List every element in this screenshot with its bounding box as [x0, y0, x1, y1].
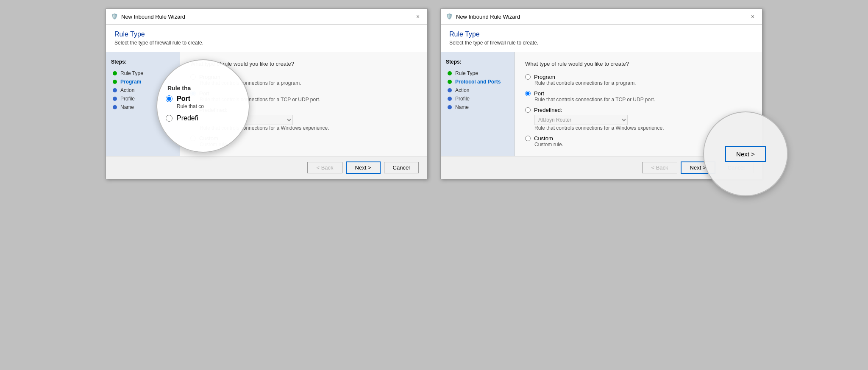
zoom-content: Rule tha Port Rule that co Predefi [157, 76, 249, 136]
left-step-3-label: Action [120, 87, 134, 93]
left-back-button[interactable]: < Back [307, 162, 342, 173]
right-dialog-header: Rule Type Select the type of firewall ru… [441, 25, 762, 52]
right-custom-text: Custom [534, 135, 553, 142]
zoom-rule-text: Rule tha [166, 85, 240, 92]
right-wizard-icon: 🛡️ [446, 13, 453, 20]
left-step-5-label: Name [120, 104, 134, 110]
right-zoom-overlay: Next > [703, 111, 788, 196]
right-question: What type of rule would you like to crea… [525, 61, 752, 67]
left-step-dot-4 [113, 97, 117, 101]
zoom-port-text: Port [177, 95, 190, 103]
right-port-desc: Rule that controls connections for a TCP… [534, 97, 752, 103]
right-rule-type-subtitle: Select the type of firewall rule to crea… [449, 40, 754, 46]
right-step-3-label: Action [455, 87, 469, 93]
left-title-area: 🛡️ New Inbound Rule Wizard [111, 13, 185, 20]
left-rule-type-subtitle: Select the type of firewall rule to crea… [114, 40, 419, 46]
zoom-predef-label-row: Predefi [166, 114, 240, 122]
zoom-port-radio[interactable] [166, 95, 172, 102]
right-title-area: 🛡️ New Inbound Rule Wizard [446, 13, 520, 20]
right-program-desc: Rule that controls connections for a pro… [534, 80, 752, 86]
right-option-port: Port Rule that controls connections for … [525, 90, 752, 103]
right-step-rule-type: Rule Type [446, 69, 509, 78]
right-step-dot-1 [448, 71, 452, 75]
left-step-1-label: Rule Type [120, 70, 143, 76]
left-custom-desc: Custom rule. [200, 142, 417, 147]
right-step-dot-5 [448, 105, 452, 109]
left-step-dot-5 [113, 105, 117, 109]
left-wizard-icon: 🛡️ [111, 13, 118, 20]
left-wizard-window: 🛡️ New Inbound Rule Wizard × Rule Type S… [106, 8, 428, 179]
right-next-zoomed-button[interactable]: Next > [725, 146, 766, 162]
right-program-label[interactable]: Program [525, 74, 752, 80]
left-close-button[interactable]: × [414, 12, 422, 21]
right-dialog-container: 🛡️ New Inbound Rule Wizard × Rule Type S… [440, 8, 762, 179]
left-step-2-label: Program [120, 79, 141, 85]
right-predefined-label[interactable]: Predefined: [525, 107, 752, 113]
zoom-predef-item: Predefi [166, 114, 240, 122]
right-step-dot-2 [448, 80, 452, 84]
left-step-4-label: Profile [120, 96, 135, 102]
right-steps-panel: Steps: Rule Type Protocol and Ports Acti… [441, 52, 515, 156]
right-rule-type-title: Rule Type [449, 31, 754, 38]
right-steps-label: Steps: [446, 59, 509, 65]
zoom-port-desc: Rule that co [177, 103, 240, 109]
right-port-radio[interactable] [525, 91, 531, 96]
right-step-dot-4 [448, 97, 452, 101]
right-port-text: Port [534, 90, 544, 97]
right-predefined-select[interactable]: AllJoyn Router [534, 115, 628, 125]
zoom-predef-text: Predefi [177, 114, 198, 122]
right-title-text: New Inbound Rule Wizard [456, 14, 520, 20]
left-dialog-body: Steps: Rule Type Program Action [106, 52, 427, 156]
left-step-dot-3 [113, 88, 117, 92]
zoom-port-label-row: Port [166, 95, 240, 103]
right-back-button[interactable]: < Back [642, 162, 677, 173]
zoom-port-item: Port Rule that co [166, 95, 240, 109]
right-titlebar: 🛡️ New Inbound Rule Wizard × [441, 9, 762, 25]
right-step-5-label: Name [455, 104, 469, 110]
right-predefined-radio[interactable] [525, 107, 531, 113]
right-predefined-text: Predefined: [534, 107, 562, 113]
left-next-button[interactable]: Next > [346, 161, 381, 174]
right-program-radio[interactable] [525, 74, 531, 80]
left-titlebar: 🛡️ New Inbound Rule Wizard × [106, 9, 427, 25]
right-program-text: Program [534, 74, 555, 80]
left-step-dot-1 [113, 71, 117, 75]
right-custom-radio[interactable] [525, 136, 531, 141]
left-zoom-overlay: Rule tha Port Rule that co Predefi [156, 59, 250, 153]
right-step-name: Name [446, 103, 509, 111]
left-cancel-button[interactable]: Cancel [384, 162, 419, 173]
right-port-label[interactable]: Port [525, 90, 752, 97]
right-step-2-label: Protocol and Ports [455, 79, 501, 85]
left-title-text: New Inbound Rule Wizard [121, 14, 185, 20]
left-steps-label: Steps: [111, 59, 175, 65]
left-dialog-header: Rule Type Select the type of firewall ru… [106, 25, 427, 52]
right-step-1-label: Rule Type [455, 70, 478, 76]
right-step-action: Action [446, 86, 509, 95]
left-dialog: 🛡️ New Inbound Rule Wizard × Rule Type S… [106, 8, 428, 179]
right-option-program: Program Rule that controls connections f… [525, 74, 752, 86]
right-step-4-label: Profile [455, 96, 470, 102]
left-step-dot-2 [113, 80, 117, 84]
right-step-dot-3 [448, 88, 452, 92]
left-step-rule-type: Rule Type [111, 69, 175, 78]
left-dialog-footer: < Back Next > Cancel [106, 156, 427, 179]
right-step-profile: Profile [446, 95, 509, 103]
right-close-button[interactable]: × [748, 12, 757, 21]
left-rule-type-title: Rule Type [114, 31, 419, 38]
right-step-protocol: Protocol and Ports [446, 78, 509, 86]
zoom-predef-radio[interactable] [166, 115, 172, 122]
